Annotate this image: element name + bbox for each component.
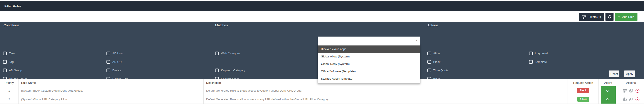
active-toggle-button[interactable]: On: [601, 86, 616, 95]
matches-heading: Matches: [215, 23, 228, 27]
column-header-priority: Priority: [0, 79, 18, 86]
checkbox: [427, 68, 431, 72]
checkbox: [529, 52, 533, 55]
priority-cell: 1: [0, 86, 18, 95]
edit-rule-sliders-icon[interactable]: [622, 89, 627, 93]
checkbox-device[interactable]: Device: [106, 68, 121, 72]
dropdown-option-blocked-cloud-apps[interactable]: Blocked cloud apps: [318, 46, 420, 53]
plus-icon: +: [618, 14, 620, 19]
checkbox-label: Web Category: [221, 52, 240, 55]
checkbox-keyword-category[interactable]: Keyword Category: [215, 68, 245, 72]
description-cell: Default Generated Rule to allow access t…: [203, 95, 568, 104]
edit-rule-sliders-icon[interactable]: [622, 98, 627, 102]
checkbox-template[interactable]: Template: [529, 60, 547, 64]
refresh-icon: [608, 15, 612, 19]
status-badge-allow: Allow: [578, 97, 589, 102]
checkbox-label: Time: [9, 52, 16, 55]
checkbox: [427, 60, 431, 64]
actions-cell: [618, 86, 644, 95]
checkbox-label: Allow: [433, 52, 440, 55]
checkbox-web-category[interactable]: Web Category: [215, 51, 240, 55]
checkbox-label: AD Group: [9, 69, 22, 72]
reset-button[interactable]: Reset: [609, 70, 620, 77]
delete-rule-icon[interactable]: [635, 88, 640, 93]
active-cell: On: [598, 95, 618, 104]
checkbox-ad-group[interactable]: AD Group: [3, 68, 22, 72]
filters-button[interactable]: Filters (1): [579, 13, 604, 21]
table-row: 1 (System) Block Custom Global Deny URL …: [0, 86, 644, 95]
checkbox-ad-user[interactable]: AD User: [106, 51, 124, 55]
checkbox-block[interactable]: Block: [427, 60, 440, 64]
checkbox: [3, 68, 7, 72]
checkbox-label: Block: [433, 60, 440, 64]
description-cell: Default Generated Rule to Block access t…: [203, 86, 568, 95]
sliders-icon: [582, 15, 586, 19]
priority-cell: 2: [0, 95, 18, 104]
apply-button[interactable]: Apply: [624, 70, 635, 77]
active-cell: On: [598, 86, 618, 95]
checkbox: [529, 60, 533, 64]
copy-rule-icon[interactable]: [629, 89, 633, 93]
add-rule-button-label: Add Rule: [622, 15, 634, 18]
column-header-request-action: Request Action: [568, 79, 598, 86]
delete-rule-icon[interactable]: [635, 97, 640, 102]
custom-url-select[interactable]: ▼: [318, 36, 420, 44]
filter-rules-page: Filter Rules Filters (1): [0, 0, 644, 109]
active-toggle-button[interactable]: On: [601, 95, 616, 104]
dropdown-option-global-allow[interactable]: Global Allow (System): [318, 53, 420, 60]
checkbox-time[interactable]: Time: [3, 51, 16, 55]
checkbox-label: Log Level: [535, 52, 548, 55]
dropdown-option-storage-apps[interactable]: Storage Apps (Template): [318, 75, 420, 82]
checkbox: [106, 68, 110, 72]
checkbox: [3, 52, 7, 55]
checkbox-label: Template: [535, 60, 547, 64]
page-title: Filter Rules: [4, 4, 21, 8]
checkbox-tag[interactable]: Tag: [3, 60, 14, 64]
checkbox: [427, 52, 431, 55]
checkbox-label: AD User: [112, 52, 124, 55]
actions-cell: [618, 95, 644, 104]
checkbox: [215, 52, 219, 55]
chevron-down-icon: ▼: [416, 39, 418, 41]
table-row: 2 (System) Global URL Category Allow. De…: [0, 95, 644, 104]
conditions-heading: Conditions: [4, 23, 20, 27]
toolbar: Filters (1) + Add Rule: [579, 13, 638, 21]
checkbox: [106, 60, 110, 64]
refresh-button[interactable]: [606, 13, 614, 21]
dropdown-option-global-deny[interactable]: Global Deny (System): [318, 60, 420, 68]
checkbox-label: Time Quota: [433, 69, 448, 72]
checkbox-label: Device: [112, 69, 121, 72]
custom-url-dropdown-list: Blocked cloud apps Global Allow (System)…: [318, 44, 420, 84]
column-header-actions: Actions: [618, 79, 644, 86]
request-action-cell: Allow: [568, 95, 598, 104]
checkbox-allow[interactable]: Allow: [427, 51, 440, 55]
checkbox-label: Tag: [9, 60, 14, 64]
checkbox-time-quota[interactable]: Time Quota: [427, 68, 448, 72]
checkbox: [3, 60, 7, 64]
column-header-rule-name: Rule Name: [18, 79, 203, 86]
column-header-active: Active: [598, 79, 618, 86]
checkbox-ad-ou[interactable]: AD OU: [106, 60, 122, 64]
actions-heading: Actions: [427, 23, 438, 27]
request-action-cell: Block: [568, 86, 598, 95]
checkbox: [215, 68, 219, 72]
rule-name-cell: (System) Block Custom Global Deny URL Gr…: [18, 86, 203, 95]
checkbox-label: AD OU: [112, 60, 122, 64]
checkbox-log-level[interactable]: Log Level: [529, 51, 548, 55]
copy-rule-icon[interactable]: [629, 98, 633, 102]
dropdown-option-office-software[interactable]: Office Software (Template): [318, 68, 420, 75]
rule-name-cell: (System) Global URL Category Allow.: [18, 95, 203, 104]
add-rule-button[interactable]: + Add Rule: [614, 13, 638, 21]
status-badge-block: Block: [577, 88, 589, 93]
checkbox: [106, 52, 110, 55]
titlebar: Filter Rules: [0, 1, 644, 11]
checkbox-label: Keyword Category: [221, 69, 245, 72]
filters-button-label: Filters (1): [588, 15, 601, 18]
